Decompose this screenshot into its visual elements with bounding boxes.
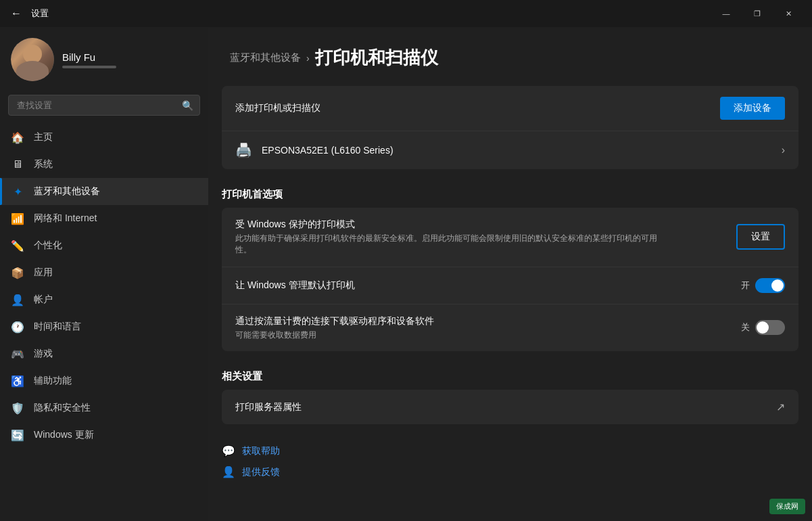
toggle-track-off: [755, 320, 785, 335]
metered-toggle[interactable]: [755, 320, 785, 335]
time-icon: 🕐: [11, 320, 24, 334]
accounts-icon: 👤: [11, 293, 24, 307]
accessibility-icon: ♿: [11, 374, 24, 388]
nav-home[interactable]: 🏠 主页: [0, 124, 208, 151]
printer-device-row[interactable]: 🖨️ EPSON3A52E1 (L6160 Series) ›: [222, 131, 798, 169]
titlebar: ← 设置 — ❐ ✕: [0, 0, 812, 27]
manage-default-row: 让 Windows 管理默认打印机 开: [222, 267, 798, 304]
nav-time[interactable]: 🕐 时间和语言: [0, 313, 208, 340]
nav-bluetooth[interactable]: ✦ 蓝牙和其他设备: [0, 178, 208, 205]
add-printer-card: 添加打印机或扫描仪 添加设备 🖨️ EPSON3A52E1 (L6160 Ser…: [222, 86, 798, 169]
get-help-icon: 💬: [222, 445, 235, 457]
toggle-track-on: [755, 278, 785, 293]
network-icon: 📶: [11, 212, 24, 225]
nav-gaming-label: 游戏: [34, 348, 53, 360]
nav-network[interactable]: 📶 网络和 Internet: [0, 205, 208, 232]
titlebar-controls: — ❐ ✕: [711, 3, 804, 24]
nav-bluetooth-label: 蓝牙和其他设备: [34, 185, 100, 198]
search-input[interactable]: [8, 95, 200, 116]
nav-system-label: 系统: [34, 158, 53, 171]
windows-protect-title: 受 Windows 保护的打印模式: [235, 219, 668, 231]
printer-preferences-card: 受 Windows 保护的打印模式 此功能有助于确保采用打印机软件的最新安全标准…: [222, 208, 798, 351]
add-printer-label: 添加打印机或扫描仪: [235, 102, 320, 114]
nav-windows-update[interactable]: 🔄 Windows 更新: [0, 422, 208, 449]
metered-connection-left: 通过按流量计费的连接下载驱动程序和设备软件 可能需要收取数据费用: [235, 315, 434, 341]
gaming-icon: 🎮: [11, 347, 24, 361]
minimize-button[interactable]: —: [711, 3, 742, 24]
nav-windows-update-label: Windows 更新: [34, 429, 94, 441]
nav-apps-label: 应用: [34, 267, 53, 279]
nav-privacy[interactable]: 🛡️ 隐私和安全性: [0, 394, 208, 422]
nav-accessibility[interactable]: ♿ 辅助功能: [0, 367, 208, 394]
manage-default-toggle-container: 开: [741, 278, 785, 293]
get-help-label: 获取帮助: [242, 445, 280, 457]
user-info: Billy Fu: [62, 51, 116, 68]
related-settings-card: 打印服务器属性 ↗: [222, 390, 798, 424]
nav-accessibility-label: 辅助功能: [34, 375, 72, 387]
content-area: 蓝牙和其他设备 › 打印机和扫描仪 添加打印机或扫描仪 添加设备 🖨️ EPSO…: [208, 27, 812, 521]
metered-toggle-container: 关: [741, 320, 785, 335]
home-icon: 🏠: [11, 131, 24, 144]
manage-default-title: 让 Windows 管理默认打印机: [235, 279, 355, 292]
system-icon: 🖥: [11, 158, 24, 171]
nav-accounts[interactable]: 👤 帐户: [0, 286, 208, 313]
breadcrumb-parent[interactable]: 蓝牙和其他设备: [230, 51, 301, 64]
main-layout: Billy Fu 🔍 🏠 主页 🖥 系统 ✦ 蓝牙和其他设备 📶 网络和 Int…: [0, 27, 812, 521]
windows-update-icon: 🔄: [11, 428, 24, 442]
printer-device-name: EPSON3A52E1 (L6160 Series): [262, 145, 393, 156]
nav-gaming[interactable]: 🎮 游戏: [0, 340, 208, 367]
get-help-link[interactable]: 💬 获取帮助: [222, 440, 798, 461]
metered-toggle-label: 关: [741, 321, 750, 334]
print-server-row[interactable]: 打印服务器属性 ↗: [222, 390, 798, 424]
breadcrumb: 蓝牙和其他设备 › 打印机和扫描仪: [208, 27, 812, 86]
user-name: Billy Fu: [62, 51, 116, 63]
privacy-icon: 🛡️: [11, 401, 24, 415]
feedback-icon: 👤: [222, 466, 235, 478]
metered-connection-title: 通过按流量计费的连接下载驱动程序和设备软件: [235, 315, 434, 327]
avatar: [11, 38, 54, 81]
bottom-links: 💬 获取帮助 👤 提供反馈: [208, 430, 812, 482]
manage-default-toggle[interactable]: [755, 278, 785, 293]
sidebar: Billy Fu 🔍 🏠 主页 🖥 系统 ✦ 蓝牙和其他设备 📶 网络和 Int…: [0, 27, 208, 521]
add-printer-row: 添加打印机或扫描仪 添加设备: [222, 86, 798, 131]
nav-accounts-label: 帐户: [34, 294, 53, 306]
watermark: 保成网: [769, 499, 805, 514]
add-device-button[interactable]: 添加设备: [720, 97, 785, 120]
search-box: 🔍: [8, 95, 200, 116]
print-server-label: 打印服务器属性: [235, 401, 302, 413]
chevron-right-icon: ›: [782, 144, 785, 156]
printer-preferences-heading: 打印机首选项: [208, 175, 812, 208]
nav-home-label: 主页: [34, 131, 53, 143]
windows-protect-row: 受 Windows 保护的打印模式 此功能有助于确保采用打印机软件的最新安全标准…: [222, 208, 798, 267]
breadcrumb-separator: ›: [306, 53, 310, 64]
nav-time-label: 时间和语言: [34, 321, 81, 333]
avatar-image: [11, 38, 54, 81]
windows-protect-desc: 此功能有助于确保采用打印机软件的最新安全标准。启用此功能可能会限制使用旧的默认安…: [235, 233, 668, 256]
maximize-button[interactable]: ❐: [742, 3, 773, 24]
nav-network-label: 网络和 Internet: [34, 212, 97, 225]
user-section[interactable]: Billy Fu: [0, 27, 208, 95]
metered-connection-row: 通过按流量计费的连接下载驱动程序和设备软件 可能需要收取数据费用 关: [222, 304, 798, 352]
metered-connection-desc: 可能需要收取数据费用: [235, 330, 434, 341]
external-link-icon: ↗: [776, 401, 785, 413]
search-icon: 🔍: [182, 100, 193, 111]
breadcrumb-current: 打印机和扫描仪: [315, 46, 438, 70]
related-settings-heading: 相关设置: [208, 357, 812, 390]
windows-protect-left: 受 Windows 保护的打印模式 此功能有助于确保采用打印机软件的最新安全标准…: [235, 219, 668, 256]
toggle-thumb-off: [757, 321, 769, 334]
titlebar-title: 设置: [31, 7, 49, 20]
nav-privacy-label: 隐私和安全性: [34, 402, 91, 414]
back-button[interactable]: ←: [8, 5, 24, 22]
nav-apps[interactable]: 📦 应用: [0, 259, 208, 286]
nav-system[interactable]: 🖥 系统: [0, 151, 208, 178]
windows-protect-settings-button[interactable]: 设置: [736, 224, 785, 250]
printer-device-icon: 🖨️: [235, 142, 252, 158]
close-button[interactable]: ✕: [773, 3, 804, 24]
apps-icon: 📦: [11, 266, 24, 279]
toggle-thumb: [771, 279, 784, 292]
nav-personalize[interactable]: ✏️ 个性化: [0, 232, 208, 259]
personalize-icon: ✏️: [11, 239, 24, 252]
feedback-link[interactable]: 👤 提供反馈: [222, 461, 798, 482]
manage-default-toggle-label: 开: [741, 279, 750, 292]
bluetooth-icon: ✦: [11, 185, 24, 198]
